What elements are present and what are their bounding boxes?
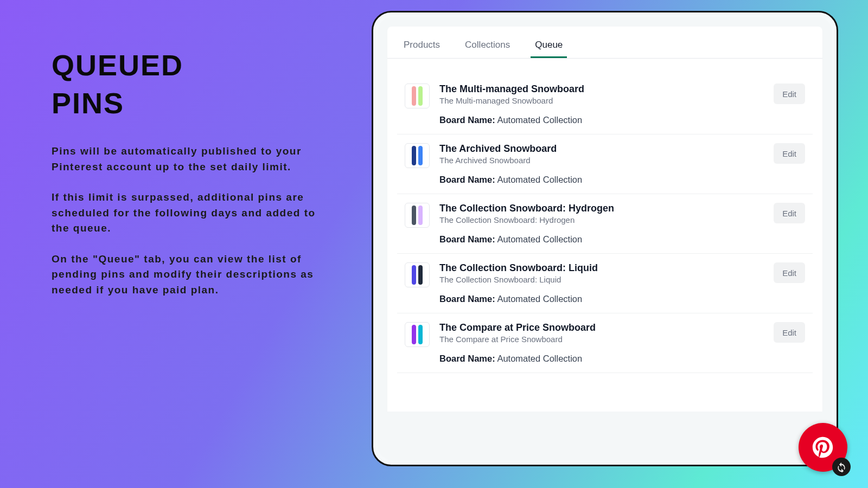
description-para-1: Pins will be automatically published to …	[52, 144, 323, 175]
snowboard-icon	[418, 325, 423, 344]
tab-collections[interactable]: Collections	[464, 36, 511, 58]
edit-button[interactable]: Edit	[774, 143, 805, 164]
queue-item: The Archived SnowboardThe Archived Snowb…	[397, 134, 813, 194]
item-body: The Collection Snowboard: LiquidThe Coll…	[439, 262, 764, 304]
snowboard-icon	[418, 206, 423, 225]
snowboard-icon	[412, 146, 416, 165]
snowboard-icon	[412, 206, 416, 225]
refresh-icon	[836, 461, 847, 472]
item-body: The Multi-managed SnowboardThe Multi-man…	[439, 84, 764, 125]
edit-button[interactable]: Edit	[774, 203, 805, 223]
tab-products[interactable]: Products	[403, 36, 441, 58]
item-board-line: Board Name: Automated Collection	[439, 294, 764, 304]
device-frame: Products Collections Queue The Multi-man…	[372, 11, 838, 466]
queue-list[interactable]: The Multi-managed SnowboardThe Multi-man…	[397, 75, 813, 378]
item-subtitle: The Collection Snowboard: Hydrogen	[439, 215, 764, 224]
item-body: The Collection Snowboard: HydrogenThe Co…	[439, 203, 764, 245]
item-subtitle: The Archived Snowboard	[439, 156, 764, 165]
edit-button[interactable]: Edit	[774, 84, 805, 104]
snowboard-icon	[412, 325, 416, 344]
title-line-1: QUEUED	[52, 46, 323, 84]
item-title: The Archived Snowboard	[439, 143, 764, 155]
item-thumbnail	[405, 143, 430, 168]
item-title: The Collection Snowboard: Hydrogen	[439, 203, 764, 214]
item-subtitle: The Multi-managed Snowboard	[439, 96, 764, 105]
snowboard-icon	[418, 146, 423, 165]
item-subtitle: The Collection Snowboard: Liquid	[439, 275, 764, 284]
snowboard-icon	[412, 265, 416, 285]
edit-button[interactable]: Edit	[774, 262, 805, 283]
queue-item: The Compare at Price SnowboardThe Compar…	[397, 313, 813, 373]
description-para-3: On the "Queue" tab, you can view the lis…	[52, 252, 323, 298]
item-title: The Multi-managed Snowboard	[439, 84, 764, 95]
info-panel: QUEUED PINS Pins will be automatically p…	[52, 46, 323, 313]
item-thumbnail	[405, 203, 430, 228]
board-label: Board Name:	[439, 354, 495, 363]
edit-button[interactable]: Edit	[774, 322, 805, 343]
item-board-line: Board Name: Automated Collection	[439, 234, 764, 245]
item-title: The Compare at Price Snowboard	[439, 322, 764, 333]
device-bottom-area	[378, 412, 832, 460]
queue-item: The Complete Snowboard	[397, 373, 813, 378]
board-label: Board Name:	[439, 294, 495, 304]
item-board-line: Board Name: Automated Collection	[439, 354, 764, 364]
board-label: Board Name:	[439, 234, 495, 244]
item-title: The Collection Snowboard: Liquid	[439, 262, 764, 274]
item-thumbnail	[405, 84, 430, 108]
item-body: The Compare at Price SnowboardThe Compar…	[439, 322, 764, 364]
snowboard-icon	[412, 86, 416, 106]
app-screen: Products Collections Queue The Multi-man…	[378, 17, 832, 460]
board-label: Board Name:	[439, 115, 495, 125]
item-thumbnail	[405, 322, 430, 347]
description-block: Pins will be automatically published to …	[52, 144, 323, 298]
tab-bar: Products Collections Queue	[387, 27, 822, 59]
refresh-badge	[832, 458, 851, 476]
item-board-line: Board Name: Automated Collection	[439, 175, 764, 185]
content-panel: Products Collections Queue The Multi-man…	[387, 27, 822, 451]
snowboard-icon	[418, 86, 423, 106]
page-title: QUEUED PINS	[52, 46, 323, 122]
item-body: The Archived SnowboardThe Archived Snowb…	[439, 143, 764, 185]
pinterest-icon	[810, 435, 835, 460]
queue-item: The Collection Snowboard: HydrogenThe Co…	[397, 194, 813, 254]
item-thumbnail	[405, 262, 430, 287]
snowboard-icon	[418, 265, 423, 285]
title-line-2: PINS	[52, 84, 323, 122]
tab-queue[interactable]: Queue	[534, 36, 564, 58]
item-board-line: Board Name: Automated Collection	[439, 115, 764, 125]
board-label: Board Name:	[439, 175, 495, 184]
queue-item: The Collection Snowboard: LiquidThe Coll…	[397, 254, 813, 313]
item-subtitle: The Compare at Price Snowboard	[439, 335, 764, 344]
queue-item: The Multi-managed SnowboardThe Multi-man…	[397, 75, 813, 134]
description-para-2: If this limit is surpassed, additional p…	[52, 190, 323, 236]
